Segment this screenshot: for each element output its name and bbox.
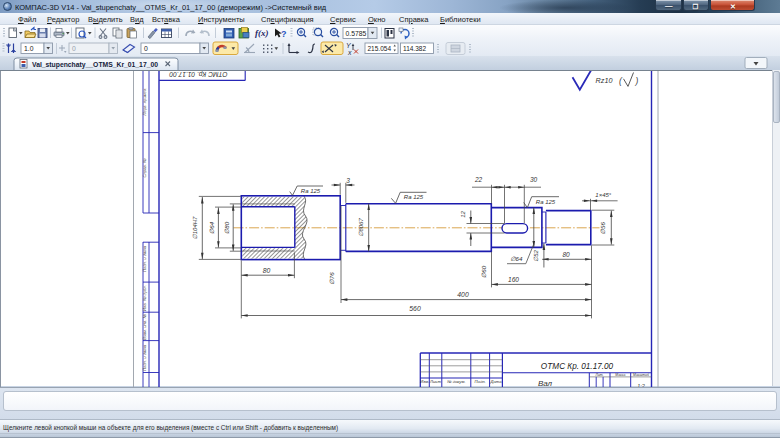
svg-text:∅76: ∅76 [328,272,335,285]
svg-text:?: ? [281,29,287,39]
svg-text:Лист: Лист [429,379,441,384]
svg-text:∅104Н7: ∅104Н7 [192,216,198,240]
svg-text:22: 22 [474,176,483,183]
svg-text:400: 400 [457,291,469,298]
svg-text:∅52: ∅52 [533,249,539,262]
svg-text:∅64: ∅64 [208,221,215,234]
svg-text:Дата: Дата [489,379,502,384]
svg-text:0.5785: 0.5785 [346,30,367,37]
svg-text:0: 0 [72,45,76,52]
svg-text:Ra 125: Ra 125 [536,199,556,205]
svg-text:Ra 125: Ra 125 [301,188,321,194]
svg-text:№ докум.: № докум. [447,379,465,384]
svg-text:215.054: 215.054 [368,45,392,52]
svg-text:x: x [347,49,352,56]
svg-text:Подп.: Подп. [475,379,486,384]
svg-text:Вал: Вал [538,379,553,388]
svg-text:Rz10: Rz10 [596,76,613,85]
svg-text:1.0: 1.0 [24,45,34,52]
svg-text:Подп. и дата: Подп. и дата [142,344,147,371]
svg-text:Масштаб: Масштаб [633,373,649,377]
svg-text:Ra 125: Ra 125 [404,194,424,200]
svg-text:12: 12 [460,211,466,218]
svg-text:Масса: Масса [615,373,625,377]
svg-text:Перв. примен.: Перв. примен. [142,88,147,116]
svg-text:80: 80 [562,251,570,258]
svg-text:Лит.: Лит. [595,373,604,377]
svg-text:): ) [635,76,639,86]
svg-text:Val_stupenchaty__OTMS_Kr_01_17: Val_stupenchaty__OTMS_Kr_01_17_00 [32,61,158,69]
svg-text:0: 0 [144,45,148,52]
svg-text:ОТМС Кр. 01.17.00: ОТМС Кр. 01.17.00 [541,362,614,371]
svg-text:∅80: ∅80 [223,221,230,234]
svg-text:∅80б7: ∅80б7 [358,218,364,237]
svg-text:∅60: ∅60 [480,265,487,278]
svg-text:160: 160 [508,276,519,283]
svg-text:1×45°: 1×45° [595,192,612,198]
svg-text:3: 3 [346,177,350,184]
svg-text:f(x): f(x) [255,28,269,38]
svg-text:∅56: ∅56 [599,222,606,235]
svg-text:(: ( [619,76,623,86]
svg-text:Подп. и дата: Подп. и дата [142,245,147,272]
svg-text:∅64: ∅64 [510,255,523,262]
svg-text:ОТМС Кр. 01.17.00: ОТМС Кр. 01.17.00 [169,71,228,78]
svg-text:80: 80 [263,267,271,274]
svg-text:Справ. №: Справ. № [142,158,147,177]
svg-text:Изм.: Изм. [420,379,429,384]
svg-text:Взам. инв. №: Взам. инв. № [142,314,147,340]
svg-text:114.382: 114.382 [403,45,426,52]
svg-text:560: 560 [409,305,421,312]
svg-text:Инв. № дубл.: Инв. № дубл. [142,285,147,311]
svg-text:30: 30 [530,176,538,183]
